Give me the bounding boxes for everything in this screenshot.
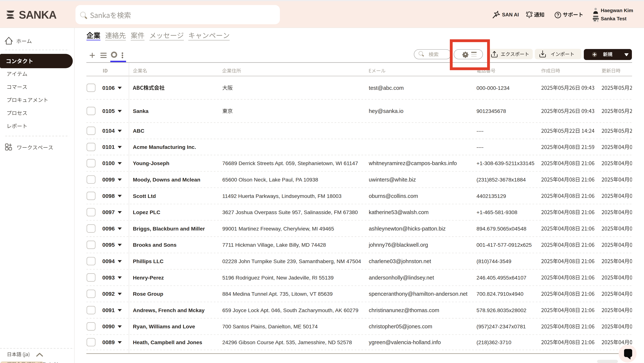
svg-text:Brooks and Sons: Brooks and Sons [133,242,176,248]
svg-text:Heath, Campbell and Jones: Heath, Campbell and Jones [133,339,202,345]
svg-text:0089: 0089 [102,339,115,345]
svg-text:Phillips LLC: Phillips LLC [133,258,164,264]
svg-text:Sanka: Sanka [133,108,149,114]
svg-text:246.405.4955x64107: 246.405.4955x64107 [476,275,526,281]
svg-text:SAN AI: SAN AI [502,12,519,18]
svg-text:(218)362-3710: (218)362-3710 [476,339,511,345]
svg-text:884 Medina Tunnel Apt. 735, Li: 884 Medina Tunnel Apt. 735, Litown, VT 8… [222,291,332,297]
svg-text:Lopez PLC: Lopez PLC [133,209,160,215]
svg-text:charlene03@johnston.net: charlene03@johnston.net [369,258,431,264]
svg-text:0092: 0092 [102,291,115,297]
svg-text:11492 Huerta Parkways, Lindsey: 11492 Huerta Parkways, Lindseymouth, FM … [222,193,342,199]
svg-text:Ryan, Williams and Love: Ryan, Williams and Love [133,324,195,330]
svg-text:0096: 0096 [102,226,115,232]
svg-text:4402135129: 4402135129 [476,193,506,199]
svg-text:Haegwan Kim: Haegwan Kim [601,8,633,13]
svg-text:0098: 0098 [102,193,115,199]
svg-text:Andrews, French and Mckay: Andrews, French and Mckay [133,307,204,313]
svg-text:+1-308-639-5211x33145: +1-308-639-5211x33145 [476,160,534,166]
svg-text:Scott Ltd: Scott Ltd [133,193,156,199]
svg-text:Rose Group: Rose Group [133,291,163,297]
svg-text:uwinters@white.biz: uwinters@white.biz [369,176,416,182]
svg-text:0093: 0093 [102,274,115,281]
svg-text:0101: 0101 [102,144,115,150]
svg-text:65600 Olson Neck, Lake Paul, P: 65600 Olson Neck, Lake Paul, PA 10938 [222,177,318,182]
svg-text:ABC: ABC [133,128,144,134]
svg-text:5196 Rodriguez Point, New Jade: 5196 Rodriguez Point, New Jadeville, RI … [222,275,334,281]
svg-text:3627 Joshua Overpass Suite 957: 3627 Joshua Overpass Suite 957, Salinass… [222,209,358,215]
svg-text:+1-465-581-9308: +1-465-581-9308 [476,209,517,215]
svg-text:0106: 0106 [102,85,115,91]
svg-text:0099: 0099 [102,176,115,182]
svg-text:Henry-Perez: Henry-Perez [133,275,164,281]
svg-text:000-000-1234: 000-000-1234 [476,85,510,91]
svg-text:Briggs, Blackburn and Miller: Briggs, Blackburn and Miller [133,226,205,232]
svg-text:test@abc.com: test@abc.com [369,85,404,91]
svg-text:hey@sanka.io: hey@sanka.io [369,108,404,114]
svg-text:christinanunez@thomas.com: christinanunez@thomas.com [369,307,439,313]
svg-text:0105: 0105 [102,108,115,114]
svg-text:whitneyramirez@campos-banks.in: whitneyramirez@campos-banks.info [368,160,457,166]
svg-text:(810)744-3549: (810)744-3549 [476,258,511,264]
svg-text:spenceranthony@hamilton-anders: spenceranthony@hamilton-anderson.net [369,291,468,297]
svg-text:Moody, Downs and Mclean: Moody, Downs and Mclean [133,177,200,182]
svg-text:----: ---- [476,144,484,150]
svg-text:7711 Hickman Village, Lake Bil: 7711 Hickman Village, Lake Billy, MD 744… [222,242,326,248]
svg-text:Acme Manufacturing Inc.: Acme Manufacturing Inc. [133,144,196,150]
svg-text:SANKA: SANKA [19,9,56,21]
svg-text:Young-Joseph: Young-Joseph [133,160,170,166]
svg-text:24296 Gibson Course Apt. 535,: 24296 Gibson Course Apt. 535, Jamesshire… [222,339,352,345]
svg-text:659 Joyce Lock Apt. 046, South: 659 Joyce Lock Apt. 046, South Zacharymo… [222,307,358,313]
svg-text:0104: 0104 [102,128,115,134]
svg-text:0091: 0091 [102,307,115,313]
svg-text:----: ---- [476,128,484,134]
svg-text:0095: 0095 [102,242,115,248]
svg-text:(231)852-3678x1884: (231)852-3678x1884 [476,177,526,182]
svg-text:johnny76@blackwell.org: johnny76@blackwell.org [368,242,428,248]
svg-text:894.679.5065x04548: 894.679.5065x04548 [476,226,526,232]
svg-text:Sanka Test: Sanka Test [601,16,626,22]
svg-text:0100: 0100 [102,160,115,166]
svg-text:christopher05@jones.com: christopher05@jones.com [369,323,432,330]
svg-text:(957)247-2347x0781: (957)247-2347x0781 [476,324,526,330]
svg-text:0094: 0094 [102,258,115,264]
svg-text:99001 Martinez Freeway, Cheryl: 99001 Martinez Freeway, Cherylview, MI 4… [222,226,334,232]
svg-text:02228 John Turnpike Suite 239,: 02228 John Turnpike Suite 239, Samanthab… [222,258,361,264]
svg-text:andersonholly@lindsey.net: andersonholly@lindsey.net [369,274,434,281]
svg-text:oburns@collins.com: oburns@collins.com [369,193,418,199]
svg-text:0097: 0097 [102,209,115,215]
svg-text:ashleynewton@hicks-patton.biz: ashleynewton@hicks-patton.biz [369,226,446,232]
svg-text:700.824.7910x4940: 700.824.7910x4940 [476,291,524,297]
svg-text:700 Santos Plains, Danielton,: 700 Santos Plains, Danielton, ME 50174 [222,324,318,330]
svg-text:001-417-577-0912x625: 001-417-577-0912x625 [476,242,532,248]
svg-text:0090: 0090 [102,323,115,330]
svg-text:578.926.8035x28002: 578.926.8035x28002 [476,307,526,313]
svg-text:katherine53@walsh.com: katherine53@walsh.com [369,209,428,215]
svg-text:9012345678: 9012345678 [476,108,506,114]
svg-text:76689 Derrick Streets Apt. 059: 76689 Derrick Streets Apt. 059, Stephani… [222,160,358,166]
svg-text:ygreen@valencia-holland.info: ygreen@valencia-holland.info [369,339,441,345]
